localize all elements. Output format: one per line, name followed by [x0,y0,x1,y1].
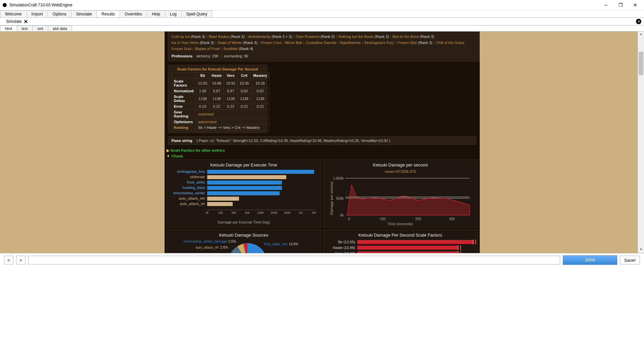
tab-options[interactable]: Options [48,10,71,17]
amr-link[interactable]: askmrrobot [198,120,217,124]
artifact-panel: Cold as Ice (Rank 3)|Blast Radius (Rank … [168,32,480,61]
document-tabs: Simulate ✕ [0,18,644,26]
save-button[interactable]: Save! [620,256,640,264]
talent-link[interactable]: Nothing but the Boots [338,35,374,39]
scale-bar: Vers (10.92) [327,251,474,253]
svg-text:0: 0 [348,217,350,221]
tab-help[interactable]: Help [147,10,165,17]
talent-link[interactable]: Ambidexterity [248,35,271,39]
dpet-bar-label: remorseless_winter [170,191,205,195]
progress-indicator: 100% [563,255,617,265]
scale-bar: Str (12.55) [327,240,474,244]
svg-text:0k: 0k [340,213,344,217]
talent-link[interactable]: Frozen Skin [398,41,417,45]
talent-link[interactable]: Over-Powered [296,35,319,39]
talent-rank: (Rank 4) [239,47,253,51]
scale-factors-other-expander[interactable]: ▶Scale Factors for other metrics [167,148,480,153]
report-page: Cold as Ice (Rank 3)|Blast Radius (Rank … [165,32,480,253]
tab-log[interactable]: Log [165,10,182,17]
pie-label: frost_strike_mh: 14.8% [264,242,298,246]
talent-rank: (Rank 3 + 3) [272,35,292,39]
scale-factors-panel: Scale Factors for Ketsuki Damage Per Sec… [168,65,268,133]
talent-rank: (Rank 3) [420,35,434,39]
talent-link[interactable]: Crystalline Swords [305,41,336,45]
talent-rank: (Rank 3) [230,35,244,39]
talent-link[interactable]: Ice in Your Veins [172,41,199,45]
talent-link[interactable]: Frozen Soul [172,47,191,51]
maximize-button[interactable] [613,0,628,10]
tab-results[interactable]: Results [97,10,120,17]
pawn-value: ( Pawn: v1: "Ketsuki": Strength=12.55, C… [196,139,390,143]
viewtab-html[interactable]: html [0,26,17,31]
talent-rank: (Rank 3) [243,41,257,45]
talent-link[interactable]: Dead of Winter [218,41,242,45]
close-all-button[interactable]: ✕ [636,19,641,24]
talent-link[interactable]: Frozen Core [261,41,281,45]
talent-link[interactable]: Sindragosa's Fury [364,41,394,45]
dps-title: Ketsuki Damage per second [327,162,474,167]
scale-factors-table: StrHasteVersCritMasteryScale Factors12.5… [172,72,270,131]
pawn-string-panel: Pawn string ( Pawn: v1: "Ketsuki": Stren… [168,136,476,145]
viewtab-text[interactable]: text [17,26,33,31]
viewtab-plot-data[interactable]: plot data [48,26,72,31]
talent-link[interactable]: Cold as Ice [172,35,190,39]
dps-chart: Ketsuki Damage per second mean=472608.37… [323,159,478,228]
scroll-down-icon[interactable]: ▼ [639,248,643,252]
professions-label: Professions [172,54,195,58]
svg-text:500k: 500k [336,197,344,200]
scroll-up-icon[interactable]: ▲ [639,32,643,37]
dpet-bar: auto_attack_oh [207,202,314,206]
dpet-bar-label: howling_blast [170,186,205,190]
titlebar: SimulationCraft 710-03 WebEngine [0,0,644,10]
damage-sources-chart: Ketsuki Damage Sources remorseless_winte… [167,230,321,253]
scroll-thumb[interactable] [639,52,643,75]
dpet-title: Ketsuki Damage per Execute Time [170,162,317,167]
talent-link[interactable]: Soulbiter [224,47,238,51]
talent-link[interactable]: Hypothermia [340,41,360,45]
talent-link[interactable]: Bad to the Bone [393,35,419,39]
svg-text:200: 200 [415,217,421,221]
scale-bar: Haste (10.96) [327,245,474,250]
scale-factors-title: Scale Factors for Ketsuki Damage Per Sec… [172,67,264,72]
close-button[interactable] [628,0,643,10]
pie-label: auto_attack_oh: 2.6% [196,246,228,249]
dpet-bar: auto_attack_mh [207,196,314,201]
talent-link[interactable]: Blast Radius [209,35,230,39]
dpet-bar: sindragosas_fury [207,169,314,174]
talent-link[interactable]: Chill of the Grave [436,41,465,45]
address-input[interactable] [28,256,560,264]
window-title: SimulationCraft 710-03 WebEngine [9,3,598,7]
profession-alchemy: alchemy: 298 [196,54,218,58]
talent-link[interactable]: Blades of Frost [195,47,220,51]
tab-import[interactable]: Import [26,10,48,17]
pie-label: remorseless_winter_damage: 2.5% [184,240,236,243]
app-icon [3,3,7,7]
talent-link[interactable]: Mirror Ball [285,41,302,45]
charts-expander[interactable]: ▼Charts [167,154,480,158]
talent-rank: (Rank 3) [200,41,214,45]
scalechart-title: Ketsuki Damage Per Second Scale Factors [327,233,474,238]
dpet-xlabel: Damage per Execute Time (log) [170,220,317,224]
dps-xlabel: Time (seconds) [327,222,474,226]
report-viewport: Cold as Ice (Rank 3)|Blast Radius (Rank … [0,32,644,253]
tab-overrides[interactable]: Overrides [120,10,147,17]
viewtab-xml[interactable]: xml [33,26,48,31]
nav-back-button[interactable]: < [4,256,13,264]
close-tab-icon[interactable] [24,19,28,23]
tab-simulate[interactable]: Simulate [71,10,97,17]
wowhead-link[interactable]: wowhead [198,112,214,116]
svg-text:300: 300 [449,217,455,221]
expand-right-icon: ▶ [167,148,169,152]
sim-doc-tab[interactable]: Simulate [3,18,31,24]
talent-rank: (Rank 3) [191,35,205,39]
tab-welcome[interactable]: Welcome [0,10,27,17]
dps-subtitle: mean=472608.370 [327,169,474,173]
vertical-scrollbar[interactable]: ▲ ▼ [638,32,644,253]
sources-title: Ketsuki Damage Sources [170,233,317,238]
nav-forward-button[interactable]: > [16,256,25,264]
pawn-label: Pawn string [172,139,192,143]
dps-ylabel: Damage per second [329,182,333,215]
dpet-chart: Ketsuki Damage per Execute Time sindrago… [167,159,321,228]
minimize-button[interactable] [598,0,613,10]
tab-spell-query[interactable]: Spell Query [181,10,213,17]
